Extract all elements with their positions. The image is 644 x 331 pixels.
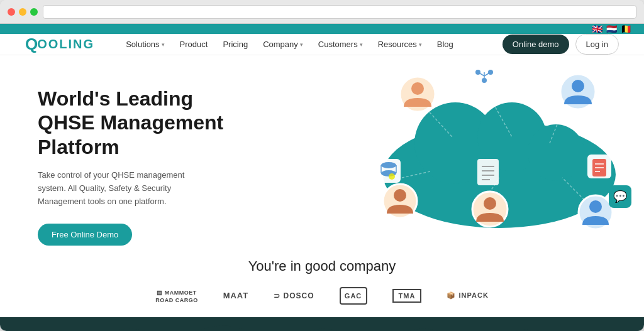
nav-blog[interactable]: Blog <box>431 36 460 53</box>
bottom-cloud-decoration <box>0 317 644 331</box>
free-demo-button[interactable]: Free Online Demo <box>38 224 132 246</box>
nav-resources-label: Resources <box>378 40 417 49</box>
nav-pricing[interactable]: Pricing <box>216 36 254 53</box>
close-button[interactable] <box>8 8 15 16</box>
logo-maat: MAAT <box>223 291 249 300</box>
nav-resources[interactable]: Resources ▾ <box>372 36 428 53</box>
minimize-button[interactable] <box>19 8 26 16</box>
flag-be[interactable]: 🇧🇪 <box>621 24 631 34</box>
nav-links: Solutions ▾ Product Pricing Company ▾ Cu… <box>119 36 502 53</box>
browser-chrome <box>0 0 644 24</box>
good-company-section: You're in good company ▤ MAMMOETROAD CAR… <box>0 246 644 317</box>
nav-company[interactable]: Company ▾ <box>257 36 309 53</box>
navbar: Q OOLING Solutions ▾ Product Pricing Com… <box>0 34 644 55</box>
nav-blog-label: Blog <box>437 40 453 49</box>
flag-nl[interactable]: 🇳🇱 <box>606 24 617 34</box>
nav-customers-label: Customers <box>318 40 358 49</box>
page-content: 🇬🇧 🇳🇱 🇧🇪 Q OOLING Solutions ▾ Product Pr… <box>0 24 644 331</box>
nav-pricing-label: Pricing <box>223 40 248 49</box>
login-button[interactable]: Log in <box>575 34 619 55</box>
good-company-title: You're in good company <box>38 258 606 274</box>
chat-widget[interactable]: 💬 <box>609 185 631 208</box>
online-demo-button[interactable]: Online demo <box>502 35 569 54</box>
main-content: World's Leading QHSE Management Platform… <box>0 55 644 331</box>
nav-buttons: Online demo Log in <box>502 34 619 55</box>
maximize-button[interactable] <box>30 8 38 16</box>
top-bar: 🇬🇧 🇳🇱 🇧🇪 <box>0 24 644 34</box>
browser-window: 🇬🇧 🇳🇱 🇧🇪 Q OOLING Solutions ▾ Product Pr… <box>0 0 644 331</box>
hero-section: World's Leading QHSE Management Platform… <box>0 55 644 246</box>
logo-q: Q <box>25 35 37 54</box>
chevron-down-icon: ▾ <box>162 41 165 48</box>
hero-title: World's Leading QHSE Management Platform <box>38 87 239 159</box>
logo-inpack: 📦 inpack <box>447 291 488 300</box>
logo-gac: GAC <box>340 287 367 305</box>
logo-text: OOLING <box>37 37 94 52</box>
logos-row: ▤ MAMMOETROAD CARGO MAAT ⊃ DOSCO GAC TMA <box>38 287 606 305</box>
nav-solutions-label: Solutions <box>126 40 159 49</box>
traffic-lights <box>8 8 38 16</box>
nav-solutions[interactable]: Solutions ▾ <box>119 36 170 53</box>
chevron-down-icon: ▾ <box>419 41 422 48</box>
flag-uk[interactable]: 🇬🇧 <box>592 24 602 34</box>
nav-customers[interactable]: Customers ▾ <box>312 36 369 53</box>
hero-subtitle: Take control of your QHSE management sys… <box>38 169 214 208</box>
chat-icon: 💬 <box>613 190 627 203</box>
address-bar[interactable] <box>43 5 636 19</box>
chevron-down-icon: ▾ <box>360 41 363 48</box>
bottom-cloud-svg <box>0 317 644 331</box>
nav-product[interactable]: Product <box>174 36 214 53</box>
hero-left: World's Leading QHSE Management Platform… <box>38 74 606 246</box>
nav-product-label: Product <box>180 40 208 49</box>
nav-company-label: Company <box>263 40 298 49</box>
logo-mammoet: ▤ MAMMOETROAD CARGO <box>155 288 198 303</box>
logo[interactable]: Q OOLING <box>25 35 94 54</box>
chevron-down-icon: ▾ <box>300 41 303 48</box>
logo-tma: TMA <box>392 292 422 300</box>
logo-dosco: ⊃ DOSCO <box>274 291 314 300</box>
